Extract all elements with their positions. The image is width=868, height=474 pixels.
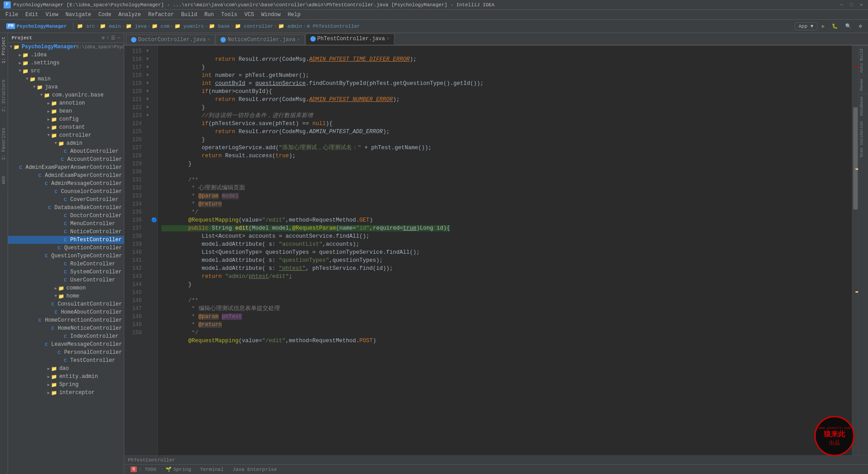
breadcrumb-admin[interactable]: 📁 admin xyxy=(278,23,302,29)
sidebar-options[interactable]: ☰ xyxy=(111,35,115,41)
menu-view[interactable]: View xyxy=(42,11,62,19)
list-item[interactable]: C NoticeController xyxy=(8,228,124,236)
list-item[interactable]: C PersonalController xyxy=(8,348,124,357)
list-item[interactable]: ▶ 📁 common xyxy=(8,284,124,292)
terminal-tab[interactable]: Terminal xyxy=(195,466,228,473)
tab-close[interactable]: × xyxy=(387,37,390,42)
list-item[interactable]: ▼ 📁 main xyxy=(8,75,124,83)
run-button[interactable]: ▶ xyxy=(819,22,828,30)
list-item[interactable]: ▶ 📁 annotion xyxy=(8,99,124,107)
list-item[interactable]: C HomeAboutController xyxy=(8,308,124,316)
close-button[interactable]: ✕ xyxy=(858,2,864,8)
list-item[interactable]: C IndexController xyxy=(8,332,124,340)
sidebar-sort[interactable]: ↕ xyxy=(106,35,110,41)
list-item[interactable]: C DoctorController xyxy=(8,212,124,220)
list-item[interactable]: ▶ 📁 .idea xyxy=(8,51,124,59)
list-item[interactable]: ▶ 📁 interceptor xyxy=(8,389,124,397)
list-item[interactable]: C QuestionController xyxy=(8,244,124,252)
maximize-button[interactable]: □ xyxy=(848,2,855,8)
fold-button[interactable]: ▼ xyxy=(144,63,151,71)
database-panel[interactable]: Database xyxy=(859,93,868,118)
breadcrumb-java[interactable]: 📁 java xyxy=(126,23,147,29)
tab-notice-controller[interactable]: NoticeController.java × xyxy=(216,34,305,45)
minimize-button[interactable]: ─ xyxy=(838,2,845,8)
breadcrumb-controller[interactable]: 📁 controller xyxy=(235,23,274,29)
list-item[interactable]: ▶ 📁 bean xyxy=(8,107,124,115)
list-item[interactable]: C AdminMessageController xyxy=(8,180,124,188)
fold-button[interactable]: ▼ xyxy=(144,47,151,55)
auto-build-panel[interactable]: Auto Build xyxy=(859,46,868,76)
list-item[interactable]: ▼ 📁 com.yuanlrc.base xyxy=(8,91,124,99)
menu-build[interactable]: Build xyxy=(178,11,201,19)
structure-tab[interactable]: 2: Structure xyxy=(0,76,7,115)
breadcrumb-src[interactable]: 📁 src xyxy=(77,23,95,29)
fold-button[interactable]: ▼ xyxy=(144,96,151,104)
list-item[interactable]: C AccountController xyxy=(8,155,124,164)
list-item[interactable]: C SystemController xyxy=(8,268,124,276)
vertical-scrollbar[interactable] xyxy=(852,46,858,455)
list-item[interactable]: C CoverController xyxy=(8,196,124,204)
tree-root[interactable]: ▼ 📁 PsychologyManager E:\idea_space\Psyc… xyxy=(8,43,124,51)
spring-tab[interactable]: 🌱 Spring xyxy=(161,466,196,473)
fold-button[interactable]: ▼ xyxy=(144,88,151,96)
menu-vcs[interactable]: VCS xyxy=(241,11,258,19)
list-item[interactable]: ▶ 📁 .settings xyxy=(8,59,124,67)
list-item[interactable]: C QuestionTypeController xyxy=(8,252,124,260)
todo-tab[interactable]: 6 : TODO xyxy=(126,466,161,473)
list-item[interactable]: C UserController xyxy=(8,276,124,284)
list-item[interactable]: ▶ 📁 constant xyxy=(8,123,124,131)
list-item[interactable]: ▶ 📁 entity.admin xyxy=(8,373,124,381)
menu-navigate[interactable]: Navigate xyxy=(62,11,95,19)
menu-help[interactable]: Help xyxy=(284,11,304,19)
window-controls[interactable]: ─ □ ✕ xyxy=(838,2,864,8)
fold-button[interactable]: ▼ xyxy=(144,112,151,120)
menu-tools[interactable]: Tools xyxy=(218,11,241,19)
list-item[interactable]: ▼ 📁 java xyxy=(8,83,124,91)
menu-window[interactable]: Window xyxy=(258,11,284,19)
sidebar-controls[interactable]: ⚙ ↕ ☰ — xyxy=(102,35,120,41)
maven-panel[interactable]: Maven xyxy=(859,76,868,93)
list-item[interactable]: ▼ 📁 admin xyxy=(8,139,124,147)
fold-button[interactable]: ▼ xyxy=(144,55,151,63)
scan-validation-panel[interactable]: Scan Validation xyxy=(859,118,868,160)
list-item[interactable]: C AboutController xyxy=(8,147,124,155)
sidebar-collapse[interactable]: — xyxy=(117,35,120,41)
list-item[interactable]: C AdminExamPaperController xyxy=(8,172,124,180)
menu-file[interactable]: File xyxy=(2,11,22,19)
list-item[interactable]: ▼ 📁 controller xyxy=(8,131,124,139)
menu-code[interactable]: Code xyxy=(95,11,115,19)
list-item[interactable]: C CounselorController xyxy=(8,188,124,196)
project-tab[interactable]: 1: Project xyxy=(0,33,7,67)
fold-button[interactable]: ▼ xyxy=(144,104,151,112)
list-item[interactable]: C TestController xyxy=(8,357,124,365)
breadcrumb-yuanlrc[interactable]: 📁 yuanlrc xyxy=(174,23,204,29)
list-item[interactable]: C MenuController xyxy=(8,220,124,228)
list-item[interactable]: C HomeCorrectionController xyxy=(8,316,124,324)
list-item[interactable]: C AdminExamPaperAnswerController xyxy=(8,164,124,172)
menu-refactor[interactable]: Refactor xyxy=(144,11,178,19)
fold-button[interactable]: ▼ xyxy=(144,71,151,80)
list-item[interactable]: C HomeNoticeController xyxy=(8,324,124,332)
list-item[interactable]: ▶ 📁 config xyxy=(8,115,124,123)
list-item[interactable]: C DatabaseBakController xyxy=(8,204,124,212)
list-item[interactable]: ▼ 📁 home xyxy=(8,292,124,300)
tree-selected-item[interactable]: C PhTestController xyxy=(8,236,124,244)
list-item[interactable]: C RoleController xyxy=(8,260,124,268)
tab-close[interactable]: × xyxy=(297,38,300,42)
search-everywhere[interactable]: 🔍 xyxy=(843,22,854,30)
debug-button[interactable]: 🐛 xyxy=(829,22,841,30)
menu-edit[interactable]: Edit xyxy=(22,11,42,19)
tab-doctor-controller[interactable]: DoctorController.java × xyxy=(126,34,215,45)
favorites-tab[interactable]: 2: Favorites xyxy=(0,124,7,164)
sidebar-gear[interactable]: ⚙ xyxy=(102,35,105,41)
list-item[interactable]: C ConsultantController xyxy=(8,300,124,308)
web-tab[interactable]: Web xyxy=(0,172,7,188)
list-item[interactable]: ▼ 📁 src xyxy=(8,67,124,75)
list-item[interactable]: C LeaveMessageController xyxy=(8,340,124,348)
tab-close[interactable]: × xyxy=(207,38,210,42)
project-name[interactable]: PM PsychologyManager xyxy=(4,22,69,30)
breadcrumb-com[interactable]: 📁 com xyxy=(152,23,169,29)
code-text[interactable]: return Result.error(CodeMsg.ADMIN_PHTEST… xyxy=(158,46,852,455)
menu-analyze[interactable]: Analyze xyxy=(115,11,144,19)
scroll-thumb[interactable] xyxy=(853,107,858,210)
